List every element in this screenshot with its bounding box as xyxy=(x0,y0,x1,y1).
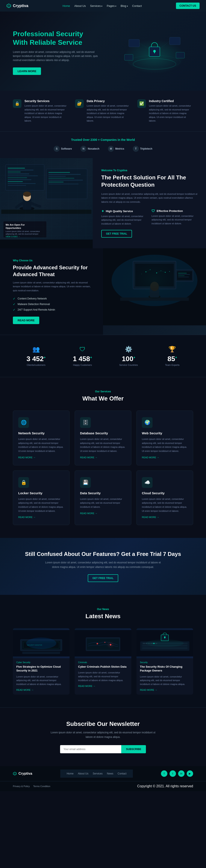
trusted-section: Trusted Over 2300 + Companies in the Wor… xyxy=(0,131,206,158)
news-1-read-more[interactable]: READ MORE → xyxy=(16,689,66,691)
news-1-category: Cyber Security xyxy=(13,658,70,665)
privacy-policy-link[interactable]: Privacy & Policy xyxy=(13,785,30,787)
checklist-item-1: ✓ Content Delivery Network xyxy=(13,297,92,300)
newsletter-body: Lorem ipsum dolor sit amet, consectetur … xyxy=(49,731,157,739)
stat-1-label: Clients/customers xyxy=(26,364,46,366)
about-right-panel: Welcome To Cryptiva The Perfect Solution… xyxy=(93,158,206,248)
service-3-read-more[interactable]: READ MORE → xyxy=(142,456,188,459)
footer-nav-news[interactable]: News xyxy=(107,772,113,775)
stat-2-label: Happy Customers xyxy=(73,364,92,366)
footer-bottom: Privacy & Policy Terms Condition Copyrig… xyxy=(0,781,206,791)
news-card-2: Criminals Cyber Criminals Publish Stolen… xyxy=(75,628,131,694)
service-card-5-body: Lorem ipsum dolor sit amet, consectetur … xyxy=(80,497,126,509)
footer-logo: Cryptiva xyxy=(13,772,32,776)
nav-about[interactable]: About Us xyxy=(74,4,86,7)
nav-home[interactable]: Home xyxy=(63,4,70,7)
check-icon-3: ✓ xyxy=(13,308,16,311)
service-card-3-body: Lorem ipsum dolor sit amet, consectetur … xyxy=(142,437,188,453)
stat-2: 🛡 1 458+ Happy Customers xyxy=(73,346,92,366)
nav-logo[interactable]: Cryptiva xyxy=(6,3,28,8)
svg-rect-9 xyxy=(170,37,180,45)
service-card-6-title: Cloud Security xyxy=(142,491,188,495)
news-section: Our News Latest News SECURITY MONITOR xyxy=(0,595,206,708)
svg-point-81 xyxy=(110,644,111,646)
why-cta-button[interactable]: READ MORE xyxy=(13,317,39,324)
about-cta-button[interactable]: GET FREE TRIAL xyxy=(101,230,132,238)
mini-service-2-title: 🛡 Effective Protection xyxy=(152,209,198,213)
news-image-2 xyxy=(75,628,131,658)
feature-2-title: Data Privacy xyxy=(87,99,131,103)
service-6-read-more[interactable]: READ MORE → xyxy=(142,516,188,519)
svg-rect-88 xyxy=(142,647,187,649)
clients-icon: 👥 xyxy=(26,346,46,353)
nav-services[interactable]: Services xyxy=(90,4,103,7)
news-card-1: SECURITY MONITOR Cyber Security Five Str… xyxy=(13,628,70,694)
stat-1-number: 3 452+ xyxy=(26,355,46,363)
hero-section: Professional Security With Reliable Serv… xyxy=(0,11,206,91)
newsletter-subscribe-button[interactable]: SUBSCRIBE xyxy=(121,745,146,753)
news-2-body: Cyber Criminals Publish Stolen Data Lore… xyxy=(75,665,131,691)
about-subtitle: Welcome To Cryptiva xyxy=(101,169,198,172)
trusted-text: Trusted Over 2300 + Companies in the Wor… xyxy=(13,138,193,142)
nav-pages[interactable]: Pages xyxy=(107,4,116,7)
service-card-web: 🌍 Web Security Lorem ipsum dolor sit ame… xyxy=(136,410,193,465)
service-5-read-more[interactable]: READ MORE → xyxy=(80,512,126,515)
web-icon: 🌍 xyxy=(142,417,153,428)
stat-4-number: 85+ xyxy=(165,355,179,363)
service-card-2-title: Database Security xyxy=(80,431,126,435)
features-section: 🔒 Security Services Lorem ipsum dolor si… xyxy=(0,91,206,131)
footer-nav-about[interactable]: About Us xyxy=(78,772,88,775)
why-right-panel xyxy=(103,248,206,335)
nav-contact[interactable]: Contact xyxy=(132,4,142,7)
feature-card-2: 🔐 Data Privacy Lorem ipsum dolor sit ame… xyxy=(75,99,131,123)
newsletter-email-input[interactable] xyxy=(60,745,121,753)
about-section: We Are Open For Opportunities Lorem ipsu… xyxy=(0,158,206,248)
service-card-3-title: Web Security xyxy=(142,431,188,435)
svg-rect-74 xyxy=(22,652,60,654)
service-1-read-more[interactable]: READ MORE → xyxy=(18,456,64,459)
service-card-4-title: Locker Security xyxy=(18,491,64,495)
why-choose-section: Why Choose Us Provide Advanced Security … xyxy=(0,248,206,335)
about-body: Lorem ipsum dolor sit amet, consectetur … xyxy=(101,192,198,204)
news-3-title: The Security Risks Of Changing Package O… xyxy=(140,665,190,673)
facebook-icon[interactable]: f xyxy=(161,770,168,777)
effective-protection-icon: 🛡 xyxy=(152,209,155,213)
why-heading: Provide Advanced Security for Advanced T… xyxy=(13,264,92,277)
footer-bottom-links: Privacy & Policy Terms Condition xyxy=(13,785,50,787)
svg-point-98 xyxy=(146,640,184,647)
footer-nav-services[interactable]: Services xyxy=(93,772,103,775)
why-illustration xyxy=(103,248,206,326)
footer-nav-home[interactable]: Home xyxy=(67,772,74,775)
footer-socials: f t in ▶ xyxy=(161,770,193,777)
check-icon-1: ✓ xyxy=(13,297,16,300)
privacy-icon: 🔐 xyxy=(75,99,84,108)
hero-illustration xyxy=(116,27,193,78)
service-card-network: 🌐 Network Security Lorem ipsum dolor sit… xyxy=(13,410,70,465)
terms-link[interactable]: Terms Condition xyxy=(33,785,50,787)
nav-blog[interactable]: Blog xyxy=(121,4,128,7)
youtube-icon[interactable]: ▶ xyxy=(187,770,193,777)
linkedin-icon[interactable]: in xyxy=(178,770,184,777)
nav-links: Home About Us Services Pages Blog Contac… xyxy=(63,4,142,7)
services-subtitle: Our Services xyxy=(13,390,193,393)
service-2-read-more[interactable]: READ MORE → xyxy=(80,456,126,459)
footer-nav-contact[interactable]: Contact xyxy=(118,772,126,775)
logo-nosatech: N Nosatech xyxy=(80,146,99,152)
check-icon-2: ✓ xyxy=(13,303,16,306)
service-card-database: 🗄️ Database Security Lorem ipsum dolor s… xyxy=(75,410,131,465)
mini-service-2-body: Lorem ipsum dolor sit amet, consectetur … xyxy=(152,214,198,226)
svg-point-75 xyxy=(26,638,56,649)
svg-point-80 xyxy=(104,642,105,643)
news-subtitle: Our News xyxy=(13,608,193,611)
why-checklist: ✓ Content Delivery Network ✓ Malware Det… xyxy=(13,297,92,311)
service-4-read-more[interactable]: READ MORE → xyxy=(18,516,64,519)
hero-cta-button[interactable]: LEARN MORE xyxy=(13,67,41,75)
hero-heading: Professional Security With Reliable Serv… xyxy=(13,30,99,46)
nav-brand-name: Cryptiva xyxy=(13,4,28,8)
news-3-read-more[interactable]: READ MORE → xyxy=(140,689,190,691)
news-2-read-more[interactable]: READ MORE → xyxy=(78,685,128,687)
news-3-body: The Security Risks Of Changing Package O… xyxy=(136,665,193,694)
nav-cta-button[interactable]: CONTACT US xyxy=(176,3,200,9)
service-card-1-body: Lorem ipsum dolor sit amet, consectetur … xyxy=(18,437,64,453)
twitter-icon[interactable]: t xyxy=(170,770,176,777)
